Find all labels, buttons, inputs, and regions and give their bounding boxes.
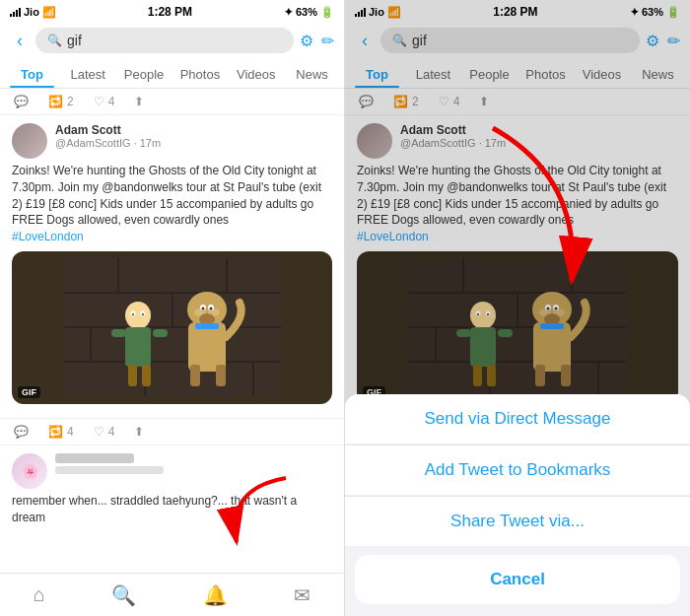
battery-level-left: 63% [296,6,317,18]
tweet-handle: @AdamScottIG · 17m [55,137,332,149]
tweet-meta: Adam Scott @AdamScottIG · 17m [55,123,332,149]
svg-rect-17 [153,329,168,337]
compose-icon[interactable]: ✏ [321,32,334,50]
retweet-icon: 🔁 [48,95,63,108]
share-icon: ⬆ [134,95,144,108]
avatar-2: 🌸 [12,453,47,489]
svg-point-33 [142,313,144,315]
share-icon-2: ⬆ [134,425,144,439]
home-nav-icon[interactable]: ⌂ [34,583,45,606]
tweet-item-1: Adam Scott @AdamScottIG · 17m Zoinks! We… [0,115,344,419]
retweet-action[interactable]: 🔁 2 [48,95,74,108]
tweet-item-2: 🌸 remember when... straddled taehyung?..… [0,445,344,534]
search-input-wrap[interactable]: 🔍 gif [35,28,294,53]
bluetooth-icon: ✦ [284,6,293,19]
tweet-hashtag[interactable]: #LoveLondon [12,230,84,243]
status-left: Jio 📶 [10,6,56,19]
nav-tabs-left: Top Latest People Photos Videos News [0,59,344,89]
svg-rect-13 [125,327,151,367]
svg-rect-14 [128,365,137,386]
tweet2-username [55,453,134,463]
svg-rect-16 [111,329,126,337]
status-bar-left: Jio 📶 1:28 PM ✦ 63% 🔋 [0,0,344,22]
signal-bars [10,7,21,17]
tweet-header: Adam Scott @AdamScottIG · 17m [12,123,332,159]
cartoon-svg [64,258,281,396]
search-actions: ⚙ ✏ [300,32,334,50]
like-count-2: 4 [108,425,115,439]
filter-icon[interactable]: ⚙ [300,32,313,50]
battery-icon: 🔋 [320,6,334,19]
svg-rect-19 [188,322,226,372]
gif-scene [12,251,332,404]
retweet-count: 2 [67,95,74,108]
send-dm-option[interactable]: Send via Direct Message [345,394,690,445]
carrier-name: Jio [24,6,39,18]
tweet2-meta [55,453,332,474]
tweet2-handle [55,466,164,474]
svg-point-28 [201,308,204,310]
gif-image-1: GIF [12,251,332,404]
share-sheet: Send via Direct Message Add Tweet to Boo… [345,394,690,616]
like-icon: ♡ [94,95,104,108]
like-count: 4 [108,95,115,108]
right-phone-panel: Jio 📶 1:28 PM ✦ 63% 🔋 ‹ 🔍 gif ⚙ ✏ Top La… [345,0,690,616]
like-icon-2: ♡ [94,425,104,439]
gif-badge: GIF [18,386,40,398]
bottom-nav-left: ⌂ 🔍 🔔 ✉ [0,573,344,616]
retweet-action-2[interactable]: 🔁 4 [48,425,74,439]
share-action-2[interactable]: ⬆ [134,425,144,439]
tweet-text-1: Zoinks! We're hunting the Ghosts of the … [12,163,332,245]
left-phone-panel: Jio 📶 1:28 PM ✦ 63% 🔋 ‹ 🔍 gif ⚙ ✏ Top La… [0,0,345,616]
retweet-icon-2: 🔁 [48,425,63,439]
time-left: 1:28 PM [148,5,192,19]
svg-rect-25 [195,323,219,329]
like-action-2[interactable]: ♡ 4 [94,425,115,439]
tweet-actions-row: 💬 🔁 2 ♡ 4 ⬆ [0,89,344,115]
tab-videos-left[interactable]: Videos [228,59,284,88]
svg-point-12 [125,302,151,329]
share-sheet-overlay: Send via Direct Message Add Tweet to Boo… [345,0,690,616]
reply-action[interactable]: 💬 [14,95,29,108]
share-action[interactable]: ⬆ [134,95,144,108]
avatar-1 [12,123,47,159]
tab-news-left[interactable]: News [284,59,340,88]
like-action[interactable]: ♡ 4 [94,95,115,108]
search-bar-left: ‹ 🔍 gif ⚙ ✏ [0,22,344,59]
tweet2-actions-row: 💬 🔁 4 ♡ 4 ⬆ [0,419,344,445]
reply-action-2[interactable]: 💬 [14,425,29,439]
wifi-icon: 📶 [42,6,56,19]
status-right: ✦ 63% 🔋 [284,6,334,19]
red-arrow-right [463,118,621,296]
svg-rect-23 [190,365,200,386]
svg-point-32 [132,313,134,315]
back-button[interactable]: ‹ [10,31,30,51]
tab-top-left[interactable]: Top [4,59,60,88]
reply-icon: 💬 [14,95,29,108]
mail-nav-icon[interactable]: ✉ [294,583,310,607]
tab-latest-left[interactable]: Latest [60,59,116,88]
svg-point-29 [209,308,212,310]
tweet2-text: remember when... straddled taehyung?... … [12,493,332,526]
tab-people-left[interactable]: People [116,59,172,88]
cancel-button[interactable]: Cancel [355,555,680,604]
share-tweet-option[interactable]: Share Tweet via... [345,497,690,547]
add-bookmark-option[interactable]: Add Tweet to Bookmarks [345,445,690,496]
retweet-count-2: 4 [67,425,74,439]
search-value-left: gif [67,33,82,48]
tweet2-header: 🌸 [12,453,332,489]
search-icon: 🔍 [47,34,62,47]
tweet-username: Adam Scott [55,123,332,137]
tab-photos-left[interactable]: Photos [172,59,228,88]
reply-icon-2: 💬 [14,425,29,439]
svg-rect-24 [216,365,226,386]
svg-rect-15 [142,365,151,386]
bell-nav-icon[interactable]: 🔔 [203,583,228,607]
search-nav-icon[interactable]: 🔍 [111,583,136,607]
